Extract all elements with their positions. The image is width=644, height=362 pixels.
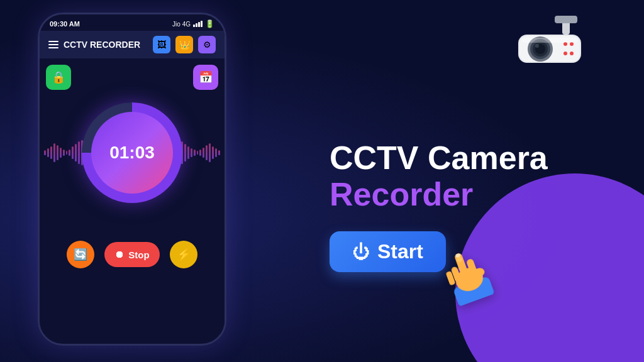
premium-button[interactable]: 👑 xyxy=(175,36,193,53)
status-bar: 09:30 AM Jio 4G 🔋 xyxy=(40,14,225,31)
headline: CCTV Camera Recorder xyxy=(330,140,606,212)
settings-button[interactable]: ⚙ xyxy=(198,36,216,53)
phone-frame: 09:30 AM Jio 4G 🔋 CCTV RECORDER xyxy=(38,13,226,346)
timer-display: 01:03 xyxy=(109,143,155,163)
start-button[interactable]: ⏻ Start xyxy=(330,231,446,272)
app-bar: CCTV RECORDER 🖼 👑 ⚙ xyxy=(40,31,225,58)
camera-action-button[interactable]: 🔒 xyxy=(46,65,71,90)
signal-icon xyxy=(193,21,203,27)
gallery-icon: 🖼 xyxy=(157,40,166,50)
headline-line2: Recorder xyxy=(330,177,606,212)
settings-icon: ⚙ xyxy=(203,40,211,50)
schedule-action-button[interactable]: 📅 xyxy=(193,65,218,90)
battery-icon: 🔋 xyxy=(205,19,214,28)
crown-icon: 👑 xyxy=(179,40,190,50)
schedule-icon: 📅 xyxy=(199,70,213,84)
stop-label: Stop xyxy=(128,250,149,260)
svg-point-12 xyxy=(570,52,574,55)
app-bar-left: CCTV RECORDER xyxy=(48,40,140,50)
status-time: 09:30 AM xyxy=(50,20,80,28)
camera-illustration xyxy=(506,13,606,84)
phone-content: 🔒 📅 xyxy=(40,58,225,334)
start-label: Start xyxy=(377,240,423,263)
headline-line1: CCTV Camera xyxy=(330,140,606,176)
status-icons: Jio 4G 🔋 xyxy=(172,19,214,28)
gallery-button[interactable]: 🖼 xyxy=(153,36,170,53)
hamburger-icon[interactable] xyxy=(48,41,58,48)
record-icon: ⏺ xyxy=(114,249,125,260)
phone-mockup: 09:30 AM Jio 4G 🔋 CCTV RECORDER xyxy=(38,13,239,352)
timer-circle-inner: 01:03 xyxy=(91,112,173,194)
lock-icon: 🔒 xyxy=(52,70,65,84)
svg-point-11 xyxy=(564,52,567,55)
app-title: CCTV RECORDER xyxy=(64,40,140,50)
bottom-controls: 🔄 ⏺ Stop ⚡ xyxy=(46,241,218,268)
timer-area: 01:03 xyxy=(46,102,218,203)
svg-rect-13 xyxy=(521,38,578,43)
timer-circle-outer: 01:03 xyxy=(82,102,182,203)
svg-point-8 xyxy=(535,44,539,48)
rotate-icon: 🔄 xyxy=(74,248,87,261)
power-icon: ⏻ xyxy=(352,241,370,262)
flash-button[interactable]: ⚡ xyxy=(170,241,197,268)
app-bar-icons: 🖼 👑 ⚙ xyxy=(153,36,216,53)
lightning-icon: ⚡ xyxy=(177,248,191,261)
rotate-button[interactable]: 🔄 xyxy=(67,241,94,268)
stop-button[interactable]: ⏺ Stop xyxy=(104,242,159,267)
top-actions: 🔒 📅 xyxy=(46,65,218,90)
svg-rect-1 xyxy=(555,16,577,23)
carrier-text: Jio 4G xyxy=(172,21,191,28)
